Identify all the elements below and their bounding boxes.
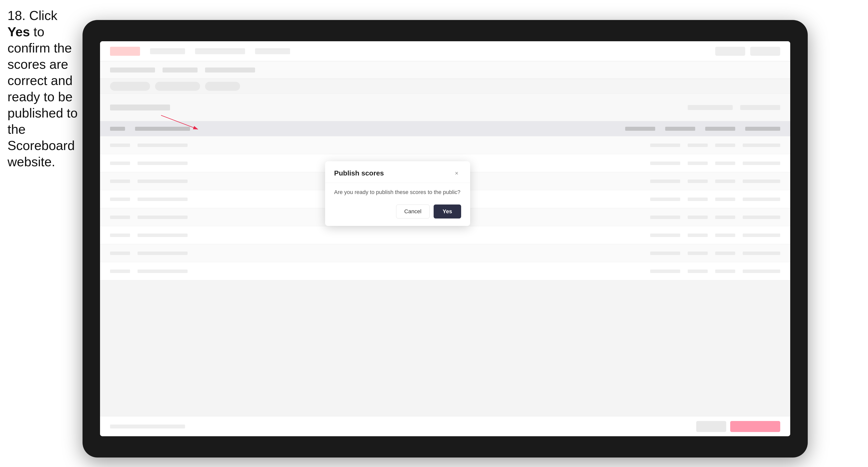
total-cell (743, 180, 780, 183)
score-cell (715, 270, 735, 273)
rank-cell (110, 270, 130, 273)
score-cell (650, 251, 680, 255)
name-cell (137, 216, 188, 219)
score-cell (650, 161, 680, 165)
nav-item-teams[interactable] (255, 48, 290, 54)
rank-cell (110, 180, 130, 183)
score-cell (715, 197, 735, 201)
name-cell (137, 251, 188, 255)
rank-cell (110, 161, 130, 165)
score-cell (650, 144, 680, 147)
name-cell (137, 270, 188, 273)
score-cell (715, 161, 735, 165)
modal-message: Are you ready to publish these scores to… (334, 189, 461, 195)
instruction-text: 18. Click Yes to confirm the scores are … (7, 7, 80, 170)
nav-item-events[interactable] (195, 48, 245, 54)
breadcrumb-item (205, 67, 255, 72)
filter-pill[interactable] (110, 82, 150, 91)
event-name (110, 104, 170, 111)
step-number: 18. (7, 8, 26, 23)
score-cell (688, 251, 708, 255)
name-cell (137, 234, 188, 237)
back-button[interactable] (696, 421, 726, 432)
total-cell (743, 216, 780, 219)
instruction-yes-keyword: Yes (7, 25, 30, 39)
score-cell (650, 270, 680, 273)
footer-actions (696, 421, 780, 432)
total-cell (743, 234, 780, 237)
col-round3 (705, 127, 735, 131)
rank-cell (110, 197, 130, 201)
rank-cell (110, 144, 130, 147)
action-bar2 (100, 94, 790, 121)
settings-button[interactable] (750, 47, 780, 56)
name-cell (137, 180, 188, 183)
col-team (135, 127, 190, 131)
total-cell (743, 251, 780, 255)
modal-body: Are you ready to publish these scores to… (325, 183, 470, 226)
rank-cell (110, 234, 130, 237)
yes-button[interactable]: Yes (434, 205, 461, 218)
footer-bar (100, 416, 790, 436)
score-cell (650, 197, 680, 201)
col-total (745, 127, 780, 131)
name-cell (137, 144, 188, 147)
name-cell (137, 161, 188, 165)
instruction-part2: to confirm the scores are correct and re… (7, 25, 78, 169)
total-cell (743, 161, 780, 165)
total-cell (743, 144, 780, 147)
footer-info (110, 425, 185, 429)
table-row (100, 262, 790, 280)
table-row (100, 226, 790, 244)
tablet-screen: Publish scores × Are you ready to publis… (100, 41, 790, 436)
filter-pill[interactable] (155, 82, 200, 91)
table-header (100, 121, 790, 136)
score-cell (715, 180, 735, 183)
rank-cell (110, 216, 130, 219)
filter-pill[interactable] (205, 82, 240, 91)
name-cell (137, 197, 188, 201)
score-cell (688, 180, 708, 183)
score-cell (715, 216, 735, 219)
action-bar (100, 79, 790, 94)
total-cell (743, 270, 780, 273)
export-button[interactable] (715, 47, 745, 56)
score-cell (688, 270, 708, 273)
sub-header (100, 61, 790, 79)
breadcrumb-item (110, 67, 155, 72)
modal-title: Publish scores (334, 169, 384, 177)
action-button[interactable] (688, 105, 733, 110)
score-cell (715, 251, 735, 255)
app-header (100, 41, 790, 61)
app-logo (110, 47, 140, 56)
cancel-button[interactable]: Cancel (396, 205, 430, 218)
publish-scores-button[interactable] (730, 421, 780, 432)
total-cell (743, 197, 780, 201)
header-right (715, 47, 780, 56)
score-cell (715, 144, 735, 147)
nav-item-competitions[interactable] (150, 48, 185, 54)
score-cell (688, 216, 708, 219)
score-cell (688, 197, 708, 201)
instruction-part1: Click (29, 8, 58, 23)
publish-scores-modal: Publish scores × Are you ready to publis… (325, 161, 470, 226)
score-cell (650, 180, 680, 183)
col-round2 (665, 127, 695, 131)
score-cell (688, 144, 708, 147)
score-cell (715, 234, 735, 237)
score-cell (688, 161, 708, 165)
tablet-device: Publish scores × Are you ready to publis… (83, 20, 808, 458)
score-cell (688, 234, 708, 237)
rank-cell (110, 251, 130, 255)
modal-header: Publish scores × (325, 161, 470, 183)
col-rank (110, 127, 125, 131)
table-row (100, 244, 790, 262)
modal-close-button[interactable]: × (452, 169, 461, 178)
breadcrumb-item (162, 67, 197, 72)
score-cell (650, 216, 680, 219)
score-cell (650, 234, 680, 237)
col-round1 (625, 127, 655, 131)
table-row (100, 136, 790, 154)
modal-footer: Cancel Yes (334, 205, 461, 218)
action-button[interactable] (740, 105, 780, 110)
